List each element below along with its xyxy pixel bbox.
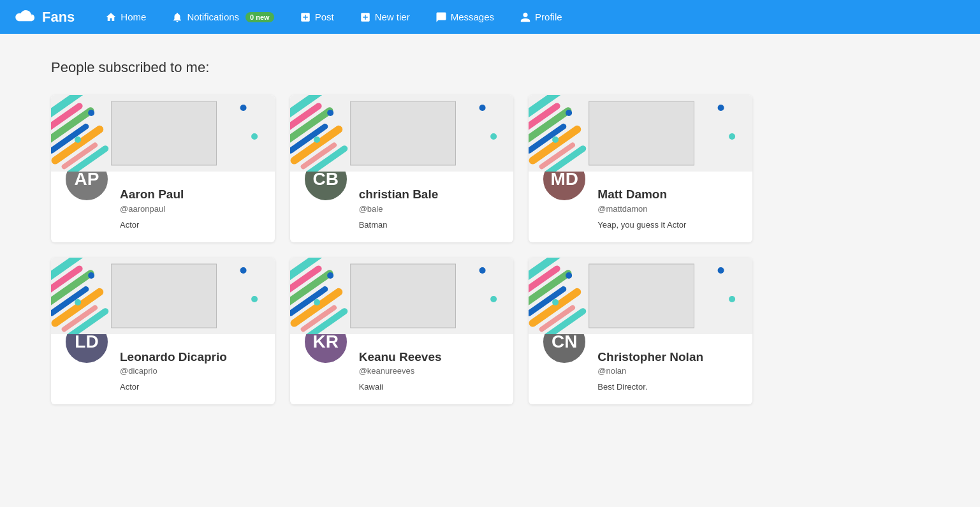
profile-icon (520, 11, 531, 23)
card-info: Aaron Paul@aaronpaulActor (120, 182, 184, 230)
svg-point-58 (566, 110, 572, 116)
card-info: Matt Damon@mattdamonYeap, you guess it A… (597, 182, 686, 230)
card-body: MDMatt Damon@mattdamonYeap, you guess it… (529, 172, 752, 242)
bell-icon (172, 11, 183, 23)
svg-point-60 (718, 105, 724, 111)
svg-point-16 (88, 110, 94, 116)
svg-rect-62 (589, 101, 694, 165)
svg-rect-20 (112, 101, 217, 165)
card-banner (51, 258, 275, 334)
nav-new-tier[interactable]: New tier (355, 9, 415, 26)
svg-point-82 (251, 296, 258, 302)
messages-label: Messages (451, 11, 494, 22)
brand-logo[interactable]: Fans (15, 9, 75, 26)
nav-messages[interactable]: Messages (430, 9, 499, 26)
post-label: Post (315, 11, 334, 22)
card-info: Leonardo Dicaprio@dicaprioActor (120, 344, 227, 392)
subscriber-name: Christopher Nolan (597, 349, 703, 365)
svg-point-103 (490, 296, 497, 302)
svg-point-61 (729, 133, 735, 140)
nav-profile[interactable]: Profile (515, 9, 567, 26)
subscriber-name: Leonardo Dicaprio (120, 349, 227, 365)
cloud-icon (15, 10, 36, 24)
card-banner (529, 95, 752, 172)
subscriber-name: Aaron Paul (120, 187, 184, 203)
card-body: CNChristopher Nolan@nolanBest Director. (529, 334, 752, 405)
svg-point-101 (314, 299, 320, 305)
card-body: KRKeanu Reeves@keanureevesKawaii (290, 334, 514, 405)
subscriber-name: Keanu Reeves (359, 349, 442, 365)
svg-point-80 (75, 299, 81, 305)
svg-point-124 (729, 296, 735, 302)
card-banner (290, 95, 514, 172)
card-body: APAaron Paul@aaronpaulActor (51, 172, 275, 242)
svg-point-37 (327, 110, 333, 116)
svg-point-39 (479, 105, 485, 111)
card-banner (529, 258, 752, 334)
subscriber-description: Best Director. (597, 382, 703, 392)
svg-point-123 (718, 267, 724, 274)
subscriber-handle: @mattdamon (597, 204, 686, 214)
subscriber-handle: @dicaprio (120, 366, 227, 376)
card-banner (51, 95, 275, 172)
subscribers-grid: APAaron Paul@aaronpaulActorCBchristian B… (51, 95, 752, 404)
card-info: christian Bale@baleBatman (359, 182, 439, 230)
page-title: People subscribed to me: (51, 59, 929, 76)
profile-label: Profile (535, 11, 562, 22)
subscriber-description: Actor (120, 220, 184, 230)
subscriber-card[interactable]: APAaron Paul@aaronpaulActor (51, 95, 275, 242)
subscriber-card[interactable]: MDMatt Damon@mattdamonYeap, you guess it… (529, 95, 752, 242)
svg-rect-41 (350, 101, 455, 165)
subscriber-name: Matt Damon (597, 187, 686, 203)
nav-home[interactable]: Home (100, 9, 151, 26)
subscriber-card[interactable]: CBchristian Bale@baleBatman (290, 95, 514, 242)
svg-rect-104 (350, 264, 455, 328)
subscriber-handle: @nolan (597, 366, 703, 376)
notifications-badge: 0 new (245, 12, 274, 22)
main-content: People subscribed to me: APAaron Paul@aa… (0, 34, 980, 430)
svg-point-59 (552, 136, 559, 143)
home-icon (105, 11, 117, 23)
svg-rect-83 (112, 264, 217, 328)
subscriber-description: Yeap, you guess it Actor (597, 220, 686, 230)
svg-point-79 (88, 272, 94, 279)
subscriber-handle: @bale (359, 204, 439, 214)
notifications-label: Notifications (187, 11, 239, 22)
subscriber-handle: @aaronpaul (120, 204, 184, 214)
nav-notifications[interactable]: Notifications 0 new (166, 9, 279, 26)
messages-icon (435, 11, 447, 23)
svg-point-40 (490, 133, 497, 140)
svg-point-19 (251, 133, 258, 140)
new-tier-label: New tier (375, 11, 410, 22)
subscriber-handle: @keanureeves (359, 366, 442, 376)
subscriber-description: Actor (120, 382, 227, 392)
card-banner (290, 258, 514, 334)
post-icon (300, 11, 311, 23)
subscriber-card[interactable]: CNChristopher Nolan@nolanBest Director. (529, 258, 752, 405)
card-body: LDLeonardo Dicaprio@dicaprioActor (51, 334, 275, 405)
card-info: Keanu Reeves@keanureevesKawaii (359, 344, 442, 392)
subscriber-name: christian Bale (359, 187, 439, 203)
card-body: CBchristian Bale@baleBatman (290, 172, 514, 242)
svg-point-81 (240, 267, 247, 274)
svg-point-121 (566, 272, 572, 279)
subscriber-description: Batman (359, 220, 439, 230)
card-info: Christopher Nolan@nolanBest Director. (597, 344, 703, 392)
new-tier-icon (360, 11, 371, 23)
svg-rect-125 (589, 264, 694, 328)
home-label: Home (121, 11, 146, 22)
svg-point-18 (240, 105, 247, 111)
svg-point-122 (552, 299, 559, 305)
svg-point-38 (314, 136, 320, 143)
nav-post[interactable]: Post (295, 9, 339, 26)
brand-name: Fans (42, 9, 75, 26)
subscriber-description: Kawaii (359, 382, 442, 392)
svg-point-100 (327, 272, 333, 279)
navbar: Fans Home Notifications 0 new Post New t… (0, 0, 980, 34)
subscriber-card[interactable]: LDLeonardo Dicaprio@dicaprioActor (51, 258, 275, 405)
svg-point-102 (479, 267, 485, 274)
subscriber-card[interactable]: KRKeanu Reeves@keanureevesKawaii (290, 258, 514, 405)
svg-point-17 (75, 136, 81, 143)
